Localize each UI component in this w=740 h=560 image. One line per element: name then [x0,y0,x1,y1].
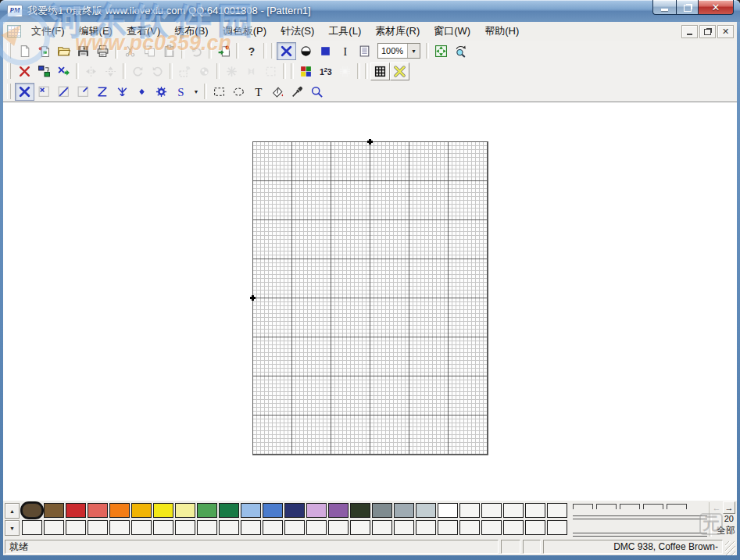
palette-swatch[interactable] [306,503,327,518]
fit-to-window-button[interactable] [431,42,451,60]
palette-swatch[interactable] [175,503,195,518]
select-ellipse-button[interactable] [229,83,248,101]
new-from-image-button[interactable] [34,42,54,60]
toolbar-gripper[interactable] [7,84,11,99]
palette-swatch-empty[interactable] [503,503,524,518]
flip-horizontal-button[interactable] [81,62,101,80]
palette-swatch-empty[interactable] [306,520,327,535]
palette-swatch[interactable] [438,503,458,518]
palette-prev-page-button[interactable]: ← [710,501,723,514]
new-pattern-button[interactable] [15,42,34,60]
palette-swatch-empty[interactable] [88,520,108,535]
palette-swatch[interactable] [416,503,436,518]
palette-swatch-empty[interactable] [22,520,42,535]
zoom-level-select[interactable]: 100%▼ [377,43,420,59]
back-stitch-button[interactable] [93,83,113,101]
palette-swatch-empty[interactable] [109,520,130,535]
palette-swatch[interactable] [372,503,392,518]
palette-swatch[interactable] [88,503,108,518]
palette-swatch[interactable] [263,503,283,518]
special-stitch-dropdown-button[interactable]: ▼ [191,83,202,101]
color-picker-button[interactable] [288,83,307,101]
restore-button[interactable] [676,0,698,15]
resize-grip[interactable] [725,541,735,555]
fill-tool-button[interactable] [268,83,288,101]
highlight-color-button[interactable] [335,62,355,80]
menu-library[interactable]: 素材库(R) [368,22,427,41]
mirror-half-button[interactable] [241,62,261,80]
french-knot-button[interactable] [132,83,152,101]
delete-color-button[interactable] [54,62,73,80]
paste-button[interactable] [159,42,179,60]
flip-vertical-button[interactable] [101,62,120,80]
palette-swatch[interactable] [66,503,86,518]
palette-swatch-empty[interactable] [44,520,64,535]
palette-swatch-empty[interactable] [547,503,567,518]
palette-swatch-empty[interactable] [175,520,195,535]
palette-next-page-button[interactable]: → [723,501,735,514]
palette-swatch[interactable] [197,503,217,518]
quarter-stitch-button[interactable] [73,83,93,101]
palette-swatch[interactable] [284,503,305,518]
menu-palette[interactable]: 调色板(P) [216,22,273,41]
stamp-motif-button[interactable] [175,62,195,80]
palette-swatch-empty[interactable] [284,520,305,535]
palette-swatch-empty[interactable] [241,520,261,535]
palette-swatch-empty[interactable] [459,503,480,518]
select-motif-button[interactable] [261,62,281,80]
palette-swatch[interactable] [44,503,64,518]
mirror-all-button[interactable] [222,62,241,80]
select-rectangle-button[interactable] [209,83,229,101]
bead-button[interactable] [152,83,171,101]
show-numbers-button[interactable]: 123 [316,62,335,80]
palette-swatch-empty[interactable] [197,520,217,535]
palette-swatch[interactable] [109,503,130,518]
view-symbols-button[interactable]: I [335,42,355,60]
pattern-grid[interactable] [252,141,488,455]
toggle-stitch-marks-button[interactable] [390,62,409,80]
palette-swatch-empty[interactable] [66,520,86,535]
delete-selection-button[interactable] [15,62,34,80]
palette-swatch-empty[interactable] [438,520,458,535]
menu-view[interactable]: 查看(V) [120,22,167,41]
palette-swatch-empty[interactable] [131,520,152,535]
close-button[interactable]: ✕ [698,0,734,15]
palette-swatch[interactable] [350,503,370,518]
half-stitch-button[interactable] [54,83,73,101]
zoom-tool-button[interactable] [307,83,327,101]
long-stitch-button[interactable] [113,83,132,101]
swap-colors-button[interactable] [34,62,54,80]
palette-swatch-empty[interactable] [263,520,283,535]
toolbar-gripper[interactable] [7,63,11,79]
palette-swatch[interactable] [22,503,42,518]
palette-swatch[interactable] [241,503,261,518]
undo-button[interactable] [187,42,206,60]
menu-window[interactable]: 窗口(W) [427,22,477,41]
menu-help[interactable]: 帮助(H) [477,22,526,41]
palette-swatch-empty[interactable] [481,520,502,535]
minimize-button[interactable] [652,0,676,15]
palette-swatch-empty[interactable] [525,520,545,535]
full-stitch-button[interactable] [15,83,34,101]
petite-stitch-button[interactable] [34,83,54,101]
palette-swatch-empty[interactable] [547,520,567,535]
palette-swatch[interactable] [219,503,239,518]
palette-swatch-empty[interactable] [328,520,349,535]
palette-swatch-empty[interactable] [525,503,545,518]
palette-swatch[interactable] [328,503,349,518]
cut-button[interactable] [120,42,140,60]
palette-scroll-down-button[interactable]: ▼ [5,520,20,536]
chevron-down-icon[interactable]: ▼ [407,44,420,58]
copy-button[interactable] [140,42,159,60]
toggle-grid-button[interactable] [370,62,390,80]
rotate-clockwise-button[interactable] [128,62,148,80]
palette-swatch-empty[interactable] [481,503,502,518]
mdi-minimize-button[interactable] [681,25,698,38]
palette-swatch[interactable] [153,503,173,518]
palette-swatch-empty[interactable] [416,520,436,535]
print-button[interactable] [93,42,113,60]
view-solid-blocks-button[interactable] [316,42,335,60]
menu-fabric[interactable]: 绣布(B) [167,22,215,41]
view-half-tone-button[interactable] [296,42,316,60]
rotate-counterclockwise-button[interactable] [148,62,167,80]
